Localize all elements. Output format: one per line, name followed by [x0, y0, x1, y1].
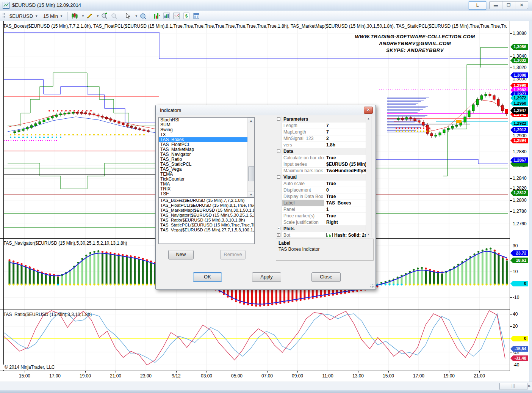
scroll-down-icon[interactable]: ▼ — [248, 192, 254, 197]
property-label[interactable]: Panel — [282, 206, 324, 212]
collapse-icon[interactable]: − — [277, 117, 280, 121]
dialog-title-bar[interactable]: Indicators ✕ — [156, 105, 376, 115]
property-label[interactable]: Display in Data Box — [282, 193, 324, 200]
property-row[interactable]: MapLength7 — [276, 129, 366, 135]
property-section[interactable]: −Plots — [276, 226, 366, 232]
property-label[interactable]: Input series — [282, 161, 324, 167]
property-row[interactable]: Price marker(s)True — [276, 213, 366, 219]
property-row[interactable]: MinSignal_1232 — [276, 135, 366, 142]
indicator-list-item[interactable]: SUM — [159, 123, 254, 127]
candlestick-style-icon[interactable] — [70, 12, 79, 20]
new-button[interactable]: New — [168, 250, 194, 259]
property-label[interactable]: vers — [282, 142, 324, 148]
indicator-list-item[interactable]: TRIX — [159, 187, 254, 192]
property-grid[interactable]: −ParametersLength7MapLength7MinSignal_12… — [276, 116, 371, 237]
close-dialog-button[interactable]: Close — [311, 272, 341, 282]
configured-indicator-item[interactable]: TAS_Boxes($EURUSD (15 Min),7,7,2,1.8h) — [159, 198, 254, 203]
scroll-down-icon[interactable]: ▼ — [366, 232, 371, 237]
toolbar-grip[interactable] — [2, 13, 5, 19]
list-scrollbar[interactable]: ▲ ▼ — [247, 118, 254, 197]
property-label[interactable]: Displacement — [282, 187, 324, 193]
indicators-icon[interactable] — [152, 12, 161, 20]
close-button[interactable]: ✕ — [515, 2, 528, 9]
chevron-down-icon[interactable]: ▼ — [96, 14, 99, 18]
restore-button[interactable]: ❐ — [502, 2, 515, 9]
indicator-list-item[interactable]: TSF — [159, 192, 254, 196]
drawing-tools-icon[interactable] — [85, 12, 94, 20]
property-value[interactable]: True — [324, 155, 366, 161]
ok-button[interactable]: OK — [193, 272, 222, 282]
property-section[interactable]: −Visual — [276, 174, 366, 181]
collapse-icon[interactable]: − — [277, 227, 280, 230]
property-value[interactable]: True — [324, 181, 366, 187]
property-section[interactable]: −Parameters — [276, 116, 366, 123]
property-value[interactable]: 0 — [324, 187, 366, 193]
dialog-close-icon[interactable]: ✕ — [364, 107, 373, 114]
property-row[interactable]: Scale justificationRight — [276, 219, 366, 226]
minimize-button[interactable]: ▬ — [490, 2, 502, 9]
collapse-icon[interactable]: − — [277, 149, 280, 153]
property-row[interactable]: Length7 — [276, 123, 366, 129]
property-label[interactable]: Maximum bars look l — [282, 168, 324, 174]
property-label[interactable]: MinSignal_123 — [282, 135, 324, 141]
cursor-icon[interactable] — [124, 12, 133, 20]
property-value[interactable]: Right — [324, 219, 366, 225]
property-value[interactable]: True — [324, 193, 366, 200]
property-value[interactable]: 1 — [324, 206, 366, 212]
property-label[interactable]: Auto scale — [282, 181, 324, 187]
property-section[interactable]: −Data — [276, 148, 366, 155]
property-value[interactable]: TAS_Boxes — [324, 200, 366, 206]
configured-indicator-item[interactable]: TAS_Navigator($EURUSD (15 Min),5,30,25,1… — [159, 213, 254, 218]
scrollbar-right-arrow[interactable]: ▶ — [528, 384, 531, 388]
configured-indicator-item[interactable]: TAS_StaticPCL($EURUSD (15 Min),True,True… — [159, 223, 254, 228]
property-label[interactable]: Calculate on bar clos — [282, 155, 324, 161]
configured-indicator-item[interactable]: TAS_Vega($EURUSD (15 Min),27,7,1,5,3,100… — [159, 228, 254, 233]
indicator-list-item[interactable]: TickCounter — [159, 177, 254, 182]
instrument-selector[interactable]: $EURUSD▼ — [7, 11, 41, 20]
expand-icon[interactable]: + — [277, 233, 280, 237]
scroll-up-icon[interactable]: ▲ — [366, 116, 371, 121]
scroll-up-icon[interactable]: ▲ — [248, 118, 254, 123]
scrollbar-thumb[interactable]: ||| — [499, 383, 527, 390]
zoom-out-icon[interactable] — [110, 12, 119, 20]
chart-analyzer-icon[interactable] — [172, 12, 181, 20]
apply-button[interactable]: Apply — [252, 272, 281, 282]
property-value[interactable]: 1.8h — [324, 142, 366, 148]
property-label[interactable]: MapLength — [282, 129, 324, 135]
property-row[interactable]: Input series$EURUSD (15 Min) — [276, 161, 366, 168]
configured-indicator-item[interactable]: TAS_FloatPCL($EURUSD (15 Min),8,1,True,T… — [159, 203, 254, 208]
available-indicators-list[interactable]: StochRSISUMSwingT3TAS_BoxesTAS_FloatPCLT… — [158, 117, 255, 198]
configured-indicators-list[interactable]: TAS_Boxes($EURUSD (15 Min),7,7,2,1.8h)TA… — [158, 198, 255, 244]
property-label[interactable]: Label — [282, 200, 324, 206]
indicator-list-item[interactable]: StochRSI — [159, 118, 254, 123]
property-value[interactable]: 2 — [324, 135, 366, 141]
property-row[interactable]: Display in Data BoxTrue — [276, 193, 366, 200]
interval-selector[interactable]: 15 Min▼ — [41, 11, 66, 20]
property-row[interactable]: Panel1 — [276, 206, 366, 213]
chevron-down-icon[interactable]: ▼ — [81, 14, 84, 18]
grid-scrollbar[interactable]: ▲ ▼ — [366, 116, 371, 237]
property-row[interactable]: +BotHash; Solid; 2px — [276, 232, 366, 237]
panel-separator[interactable] — [0, 310, 510, 310]
property-row[interactable]: Maximum bars look lTwoHundredFiftySix — [276, 168, 366, 174]
property-value[interactable]: Hash; Solid; 2px — [324, 232, 366, 237]
link-button[interactable]: L — [469, 1, 486, 10]
chevron-down-icon[interactable]: ▼ — [135, 14, 138, 18]
property-label[interactable]: Scale justification — [282, 219, 324, 225]
zoom-window-icon[interactable] — [138, 12, 147, 20]
chart-type-icon[interactable] — [162, 12, 171, 20]
property-label[interactable]: Price marker(s) — [282, 213, 324, 219]
property-value[interactable]: 7 — [324, 129, 366, 135]
property-row[interactable]: LabelTAS_Boxes — [276, 200, 366, 206]
time-axis[interactable]: 15:0017:0019:0021:0023:009/1203:0005:000… — [0, 371, 529, 382]
data-box-icon[interactable] — [192, 12, 201, 20]
property-value[interactable]: $EURUSD (15 Min) — [324, 161, 366, 167]
property-label[interactable]: Bot — [282, 232, 324, 237]
horizontal-scrollbar[interactable]: ||| ▶ — [0, 382, 532, 390]
property-row[interactable]: Calculate on bar closTrue — [276, 155, 366, 161]
price-axis[interactable]: 1,30801,30401,30201,30001,29001,28801,28… — [510, 21, 529, 382]
collapse-icon[interactable]: − — [277, 175, 280, 179]
zoom-in-icon[interactable] — [100, 12, 109, 20]
ratio-panel[interactable] — [0, 310, 510, 372]
property-label[interactable]: Length — [282, 123, 324, 129]
